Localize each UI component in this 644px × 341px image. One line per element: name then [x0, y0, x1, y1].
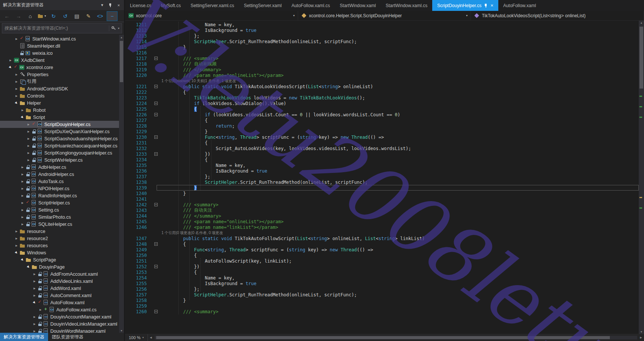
tab-License.cs[interactable]: License.cs [125, 0, 156, 11]
tree-item-AndroidHelper.cs[interactable]: ▶AndroidHelper.cs [0, 171, 124, 178]
tree-item-xcontrol.core[interactable]: ▶xcontrol.core [0, 64, 124, 71]
expander-icon[interactable]: ▶ [20, 216, 26, 219]
navigate-forward-button[interactable]: → [14, 12, 24, 21]
expander-icon[interactable]: ▶ [8, 59, 14, 62]
zoom-control[interactable]: 100 % ▾ [125, 334, 148, 341]
tree-item-AndroidControlSDK[interactable]: ▶AndroidControlSDK [0, 85, 124, 92]
scroll-up-icon[interactable]: ▲ [639, 21, 644, 24]
scroll-down-icon[interactable]: ▼ [120, 328, 123, 333]
collapse-all-button[interactable]: − [107, 11, 118, 21]
tree-item-StartWindow.xaml.cs[interactable]: ▶StartWindow.xaml.cs [0, 35, 124, 42]
search-icon[interactable] [111, 26, 116, 31]
expander-icon[interactable]: ▶ [32, 287, 38, 290]
tree-item-NPOIHelper.cs[interactable]: ▶NPOIHelper.cs [0, 185, 124, 192]
tree-item-DouyinVideoLinksManager.xaml[interactable]: ▶DouyinVideoLinksManager.xaml [0, 320, 124, 327]
tab-StartWindow.xaml[interactable]: StartWindow.xaml [335, 0, 381, 11]
tree-item-AddWord.xaml[interactable]: ▶AddWord.xaml [0, 285, 124, 292]
tree-item-ScriptWxHelper.cs[interactable]: ▶ScriptWxHelper.cs [0, 156, 124, 164]
tree-item-AutoFollow.xaml[interactable]: ▶AutoFollow.xaml [0, 299, 124, 306]
expander-icon[interactable]: ▶ [19, 114, 26, 121]
close-icon[interactable]: × [115, 2, 122, 9]
tree-item-Script[interactable]: ▶Script [0, 114, 124, 121]
expander-icon[interactable]: ▶ [20, 187, 26, 190]
panel-tab-解决方案资源管理器[interactable]: 解决方案资源管理器 [0, 333, 48, 341]
expander-icon[interactable]: ▶ [26, 159, 32, 162]
expander-icon[interactable]: ▶ [20, 173, 26, 176]
expander-icon[interactable]: ▶ [7, 64, 14, 71]
expander-icon[interactable]: ▶ [19, 257, 26, 263]
tree-item-resource2[interactable]: ▶resource2 [0, 235, 124, 242]
tree-item-ScriptHelper.cs[interactable]: ▶ScriptHelper.cs [0, 199, 124, 206]
expander-icon[interactable]: ▶ [14, 80, 20, 83]
tree-item-resources[interactable]: ▶resources [0, 242, 124, 249]
tree-item-weixia.ico[interactable]: weixia.ico [0, 50, 124, 57]
expander-icon[interactable]: ▶ [13, 100, 20, 107]
tree-scrollbar-thumb[interactable] [120, 41, 123, 82]
expander-icon[interactable]: ▶ [14, 73, 20, 76]
expander-icon[interactable]: ▶ [32, 294, 38, 297]
scrollbar-thumb[interactable] [639, 27, 643, 89]
expander-icon[interactable]: ▶ [32, 280, 38, 283]
tree-item-ScriptPage[interactable]: ▶ScriptPage [0, 256, 124, 263]
tree-item-AddFromAccount.xaml[interactable]: ▶AddFromAccount.xaml [0, 270, 124, 278]
fold-marker[interactable]: − [154, 102, 158, 105]
tab-ScriptDouyinHelper.cs[interactable]: ScriptDouyinHelper.cs× [432, 0, 498, 11]
tree-item-AddVideoLinks.xaml[interactable]: ▶AddVideoLinks.xaml [0, 278, 124, 285]
horizontal-scrollbar-thumb[interactable] [156, 336, 610, 339]
tree-item-ScriptKonglongyouqianHelper.cs[interactable]: ▶ScriptKonglongyouqianHelper.cs [0, 149, 124, 156]
window-menu-icon[interactable]: ▾ [98, 2, 106, 9]
tree-item-SteamHelper.dll[interactable]: SteamHelper.dll [0, 42, 124, 50]
breadcrumb-3[interactable]: TikTokAutoLookVideosScript(List<string> … [471, 11, 644, 20]
tree-item-XAdbClient[interactable]: ▶XAdbClient [0, 57, 124, 64]
edit-button[interactable]: ✎ [83, 12, 94, 21]
expander-icon[interactable]: ▶ [20, 166, 26, 169]
search-dropdown-icon[interactable]: ▾ [118, 27, 119, 30]
sync-with-active-document-button[interactable]: ↻ [48, 12, 59, 21]
tree-item-AdbHelper.cs[interactable]: ▶AdbHelper.cs [0, 164, 124, 171]
search-input[interactable]: 搜索解决方案资源管理器(Ctrl+;) [5, 25, 68, 32]
vertical-scrollbar[interactable]: ▲ ▼ [639, 21, 644, 334]
fold-marker[interactable]: − [154, 203, 158, 206]
refresh-button[interactable]: ↺ [60, 12, 70, 21]
expander-icon[interactable]: ▶ [32, 273, 38, 276]
scroll-left-icon[interactable]: ◀ [148, 336, 154, 339]
show-all-files-button[interactable]: ▤ [72, 12, 82, 21]
tab-MySoft.cs[interactable]: MySoft.cs [156, 0, 186, 11]
tab-AutoFollow.xaml.cs[interactable]: AutoFollow.xaml.cs [287, 0, 335, 11]
scroll-down-icon[interactable]: ▼ [639, 330, 644, 333]
tree-item-ScriptGaoshouduanshipinHelper.cs[interactable]: ▶ScriptGaoshouduanshipinHelper.cs [0, 135, 124, 142]
tree-item-DouyinAccountManager.xaml[interactable]: ▶DouyinAccountManager.xaml [0, 313, 124, 320]
expander-icon[interactable]: ▶ [38, 308, 44, 311]
expander-icon[interactable]: ▶ [13, 249, 20, 256]
tree-item-SQLiteHelper.cs[interactable]: ▶SQLiteHelper.cs [0, 221, 124, 228]
view-code-button[interactable]: <> [95, 12, 105, 21]
pin-icon[interactable] [484, 3, 488, 8]
scroll-right-icon[interactable]: ▶ [638, 336, 644, 339]
expander-icon[interactable]: ▶ [20, 109, 26, 112]
horizontal-scrollbar[interactable] [155, 336, 637, 339]
breadcrumb-1[interactable]: xcontrol.core▾ [125, 11, 298, 20]
scroll-up-icon[interactable]: ▲ [120, 35, 123, 39]
expander-icon[interactable]: ▶ [14, 230, 20, 233]
expander-icon[interactable]: ▶ [32, 323, 38, 326]
tab-AutoFollow.xaml[interactable]: AutoFollow.xaml [498, 0, 541, 11]
breadcrumb-2[interactable]: xcontrol.core.Helper.Script.ScriptDouyin… [298, 11, 471, 20]
expander-icon[interactable]: ▶ [20, 194, 26, 197]
new-folder-button[interactable]: ▾ [37, 12, 47, 21]
tree-item-Controls[interactable]: ▶Controls [0, 92, 124, 99]
expander-icon[interactable]: ▶ [26, 123, 32, 126]
home-button[interactable]: ⌂ [25, 12, 35, 21]
expander-icon[interactable]: ▶ [20, 209, 26, 212]
tree-item-AutoTask.cs[interactable]: ▶AutoTask.cs [0, 178, 124, 185]
expander-icon[interactable]: ▶ [14, 87, 20, 90]
expander-icon[interactable]: ▶ [32, 315, 38, 318]
fold-marker[interactable]: − [154, 310, 158, 313]
tree-scrollbar[interactable]: ▲ ▼ [119, 35, 124, 333]
tree-item-Robot[interactable]: ▶Robot [0, 107, 124, 114]
tab-SettingServer.xaml.cs[interactable]: SettingServer.xaml.cs [186, 0, 239, 11]
pin-icon[interactable] [107, 2, 114, 9]
expander-icon[interactable]: ▶ [31, 299, 38, 306]
tree-item-DouyinPage[interactable]: ▶DouyinPage [0, 263, 124, 270]
expander-icon[interactable]: ▶ [20, 180, 26, 183]
search-box[interactable]: 搜索解决方案资源管理器(Ctrl+;) ▾ [2, 23, 122, 33]
